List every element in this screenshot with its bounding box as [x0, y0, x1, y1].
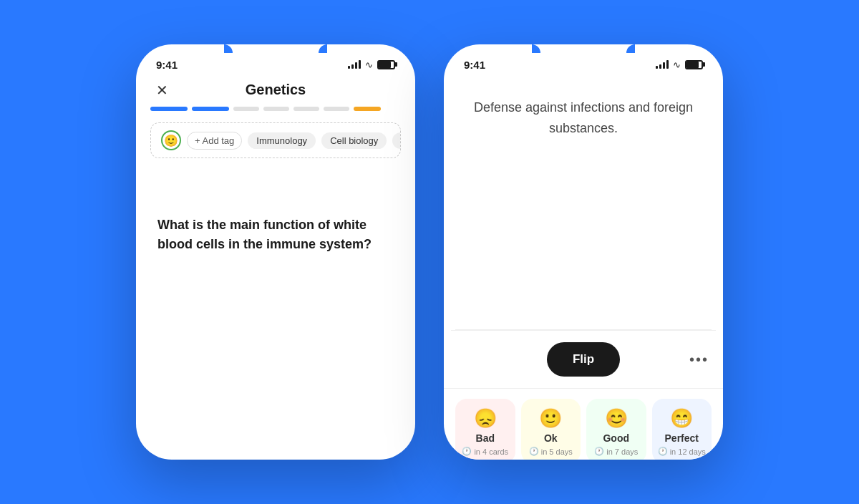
progress-seg-4 — [263, 107, 289, 111]
signal-icon-r — [656, 60, 669, 69]
rating-buttons: 😞 Bad 🕐 in 4 cards 🙂 Ok 🕐 in 5 days — [455, 399, 712, 460]
notch-right — [540, 44, 626, 64]
add-tag-button[interactable]: + Add tag — [187, 132, 242, 150]
rating-perfect-button[interactable]: 😁 Perfect 🕐 in 12 days — [652, 399, 712, 460]
card-answer-area: Defense against infections and foreign s… — [444, 76, 723, 329]
card-question: What is the main function of white blood… — [150, 173, 401, 268]
good-time: 🕐 in 7 days — [594, 447, 638, 456]
progress-seg-6 — [324, 107, 349, 111]
bad-time: 🕐 in 4 cards — [462, 447, 508, 456]
progress-seg-2 — [192, 107, 229, 111]
rating-bad-button[interactable]: 😞 Bad 🕐 in 4 cards — [455, 399, 515, 460]
battery-fill-r — [686, 62, 699, 68]
progress-seg-1 — [150, 107, 188, 111]
clock-icon-perfect: 🕐 — [658, 447, 668, 456]
signal-icon — [348, 60, 361, 69]
tag-cell-biology[interactable]: Cell biology — [321, 132, 387, 149]
tag-immunology[interactable]: Immunology — [248, 132, 316, 149]
perfect-emoji: 😁 — [670, 407, 693, 430]
battery-icon-r — [685, 60, 703, 69]
progress-seg-5 — [293, 107, 319, 111]
add-tag-label: + Add tag — [195, 135, 234, 146]
rating-section: 😞 Bad 🕐 in 4 cards 🙂 Ok 🕐 in 5 days — [444, 388, 723, 460]
more-options-button[interactable]: ••• — [689, 352, 709, 368]
notch — [233, 44, 319, 64]
clock-icon-bad: 🕐 — [462, 447, 472, 456]
progress-seg-3 — [233, 107, 259, 111]
good-label: Good — [603, 432, 629, 444]
bad-label: Bad — [476, 432, 495, 444]
ok-emoji: 🙂 — [539, 407, 562, 430]
tag-more[interactable]: M... — [392, 132, 401, 149]
phone-content-left: ✕ Genetics 🙂 + Add tag — [136, 76, 415, 268]
smiley-icon: 🙂 — [164, 134, 178, 147]
flip-button[interactable]: Flip — [547, 342, 620, 377]
page-title: Genetics — [246, 82, 306, 98]
progress-bar — [150, 107, 401, 111]
bad-emoji: 😞 — [474, 407, 497, 430]
clock-icon-ok: 🕐 — [529, 447, 539, 456]
clock-icon-good: 🕐 — [594, 447, 604, 456]
close-button[interactable]: ✕ — [150, 79, 173, 102]
card-answer-text: Defense against infections and foreign s… — [465, 97, 702, 139]
right-phone-inner: Defense against infections and foreign s… — [444, 76, 723, 460]
status-icons-right: ∿ — [656, 59, 703, 70]
rating-ok-button[interactable]: 🙂 Ok 🕐 in 5 days — [521, 399, 581, 460]
perfect-label: Perfect — [665, 432, 699, 444]
phones-container: 9:41 ∿ ✕ Genetics — [136, 44, 723, 460]
emoji-button[interactable]: 🙂 — [161, 130, 181, 150]
left-phone: 9:41 ∿ ✕ Genetics — [136, 44, 415, 460]
status-icons-left: ∿ — [348, 59, 395, 70]
wifi-icon-r: ∿ — [673, 59, 681, 70]
wifi-icon: ∿ — [365, 59, 373, 70]
ok-time: 🕐 in 5 days — [529, 447, 573, 456]
rating-good-button[interactable]: 😊 Good 🕐 in 7 days — [586, 399, 646, 460]
ok-label: Ok — [544, 432, 558, 444]
tags-row: 🙂 + Add tag Immunology Cell biology M... — [150, 122, 401, 158]
nav-bar: ✕ Genetics — [150, 76, 401, 107]
progress-seg-7 — [354, 107, 381, 111]
perfect-time: 🕐 in 12 days — [658, 447, 706, 456]
time-left: 9:41 — [156, 59, 178, 71]
good-emoji: 😊 — [605, 407, 628, 430]
flip-row: Flip ••• — [451, 330, 716, 388]
right-phone: 9:41 ∿ Defense against infections and fo… — [444, 44, 723, 460]
battery-fill — [379, 62, 391, 68]
battery-icon — [377, 60, 395, 69]
time-right: 9:41 — [464, 59, 485, 71]
